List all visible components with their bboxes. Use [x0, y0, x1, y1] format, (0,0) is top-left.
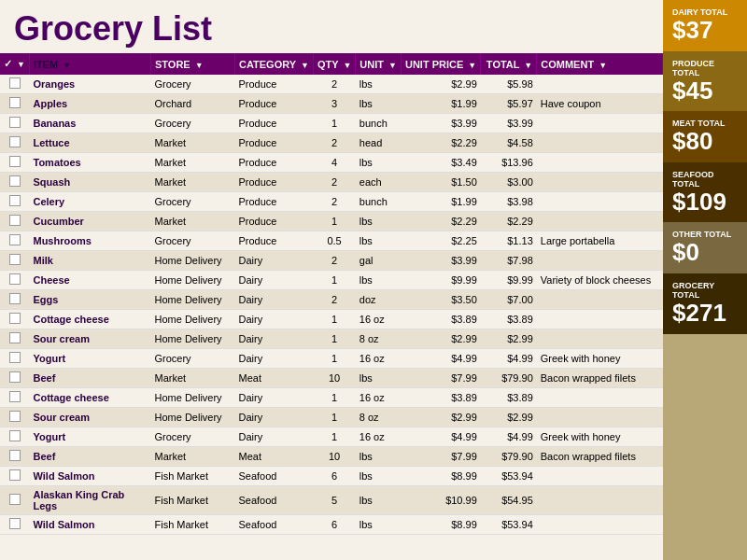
row-item: Beef	[29, 369, 150, 388]
other-total-card: OTHER TOTAL $0	[663, 222, 747, 273]
row-checkbox[interactable]	[0, 231, 29, 251]
row-comment	[537, 192, 663, 212]
dairy-amount: $37	[672, 17, 738, 44]
row-checkbox[interactable]	[0, 486, 29, 515]
row-checkbox[interactable]	[0, 447, 29, 467]
row-checkbox[interactable]	[0, 212, 29, 231]
row-category: Dairy	[234, 271, 313, 290]
row-checkbox[interactable]	[0, 310, 29, 329]
row-item: Oranges	[29, 75, 150, 94]
row-unit-price: $2.99	[401, 408, 480, 427]
row-unit-price: $7.99	[401, 447, 480, 467]
produce-amount: $45	[672, 77, 738, 105]
row-item: Cottage cheese	[29, 388, 150, 408]
row-item: Bananas	[29, 114, 150, 133]
row-unit-price: $2.29	[401, 133, 480, 153]
row-store: Home Delivery	[150, 310, 234, 329]
row-store: Home Delivery	[150, 290, 234, 310]
row-checkbox[interactable]	[0, 75, 29, 94]
row-store: Market	[150, 212, 234, 231]
row-checkbox[interactable]	[0, 133, 29, 153]
row-checkbox[interactable]	[0, 349, 29, 369]
dairy-total-card: DAIRY TOTAL $37	[663, 0, 747, 51]
row-qty: 1	[313, 427, 355, 447]
table-container[interactable]: ✓ ▼ ITEM ▼ STORE ▼ CATEGORY ▼ QTY ▼ UNIT…	[0, 53, 663, 560]
row-comment	[537, 515, 663, 535]
row-checkbox[interactable]	[0, 467, 29, 486]
row-unit-price: $3.49	[401, 153, 480, 173]
produce-label: PRODUCE TOTAL	[672, 59, 738, 77]
row-comment	[537, 290, 663, 310]
sidebar-bottom	[663, 334, 747, 560]
table-row: Apples Orchard Produce 3 lbs $1.99 $5.97…	[0, 94, 663, 114]
row-item: Apples	[29, 94, 150, 114]
row-comment	[537, 153, 663, 173]
row-checkbox[interactable]	[0, 427, 29, 447]
check-col-header[interactable]: ✓ ▼	[0, 53, 29, 75]
row-category: Meat	[234, 447, 313, 467]
row-total: $3.99	[481, 114, 537, 133]
row-item: Lettuce	[29, 133, 150, 153]
uprice-col-header[interactable]: UNIT PRICE ▼	[401, 53, 480, 75]
row-checkbox[interactable]	[0, 329, 29, 349]
row-total: $7.98	[481, 251, 537, 271]
row-total: $3.00	[481, 173, 537, 192]
header: Grocery List	[0, 0, 663, 53]
row-category: Seafood	[234, 467, 313, 486]
row-item: Alaskan King Crab Legs	[29, 486, 150, 515]
row-comment: Greek with honey	[537, 427, 663, 447]
row-checkbox[interactable]	[0, 290, 29, 310]
row-category: Produce	[234, 212, 313, 231]
row-checkbox[interactable]	[0, 94, 29, 114]
row-unit-price: $3.50	[401, 290, 480, 310]
row-unit-price: $2.99	[401, 75, 480, 94]
row-qty: 1	[313, 349, 355, 369]
row-qty: 5	[313, 486, 355, 515]
meat-total-card: MEAT TOTAL $80	[663, 111, 747, 162]
row-total: $3.98	[481, 192, 537, 212]
row-checkbox[interactable]	[0, 515, 29, 535]
row-item: Wild Salmon	[29, 515, 150, 535]
unit-col-header[interactable]: UNIT ▼	[356, 53, 402, 75]
category-col-header[interactable]: CATEGORY ▼	[234, 53, 313, 75]
qty-col-header[interactable]: QTY ▼	[313, 53, 355, 75]
row-total: $3.89	[481, 388, 537, 408]
row-checkbox[interactable]	[0, 173, 29, 192]
row-store: Grocery	[150, 114, 234, 133]
row-unit: lbs	[356, 515, 402, 535]
row-checkbox[interactable]	[0, 369, 29, 388]
row-item: Mushrooms	[29, 231, 150, 251]
grocery-total-card: GROCERY TOTAL $271	[663, 273, 747, 334]
row-comment: Large portabella	[537, 231, 663, 251]
row-unit-price: $8.99	[401, 515, 480, 535]
row-checkbox[interactable]	[0, 408, 29, 427]
table-row: Sour cream Home Delivery Dairy 1 8 oz $2…	[0, 408, 663, 427]
table-row: Milk Home Delivery Dairy 2 gal $3.99 $7.…	[0, 251, 663, 271]
item-col-header[interactable]: ITEM ▼	[29, 53, 150, 75]
row-store: Market	[150, 153, 234, 173]
row-category: Produce	[234, 192, 313, 212]
row-unit-price: $1.99	[401, 94, 480, 114]
row-comment	[537, 467, 663, 486]
row-checkbox[interactable]	[0, 192, 29, 212]
row-qty: 2	[313, 173, 355, 192]
comment-col-header[interactable]: COMMENT ▼	[537, 53, 663, 75]
row-checkbox[interactable]	[0, 153, 29, 173]
row-unit: lbs	[356, 212, 402, 231]
row-unit: 16 oz	[356, 427, 402, 447]
table-row: Bananas Grocery Produce 1 bunch $3.99 $3…	[0, 114, 663, 133]
row-checkbox[interactable]	[0, 388, 29, 408]
row-comment	[537, 173, 663, 192]
row-checkbox[interactable]	[0, 114, 29, 133]
row-checkbox[interactable]	[0, 251, 29, 271]
total-col-header[interactable]: TOTAL ▼	[481, 53, 537, 75]
grocery-amount: $271	[672, 300, 738, 327]
row-store: Grocery	[150, 75, 234, 94]
row-unit: 16 oz	[356, 388, 402, 408]
row-checkbox[interactable]	[0, 271, 29, 290]
row-qty: 1	[313, 212, 355, 231]
row-item: Celery	[29, 192, 150, 212]
row-item: Cottage cheese	[29, 310, 150, 329]
row-store: Fish Market	[150, 467, 234, 486]
store-col-header[interactable]: STORE ▼	[150, 53, 234, 75]
